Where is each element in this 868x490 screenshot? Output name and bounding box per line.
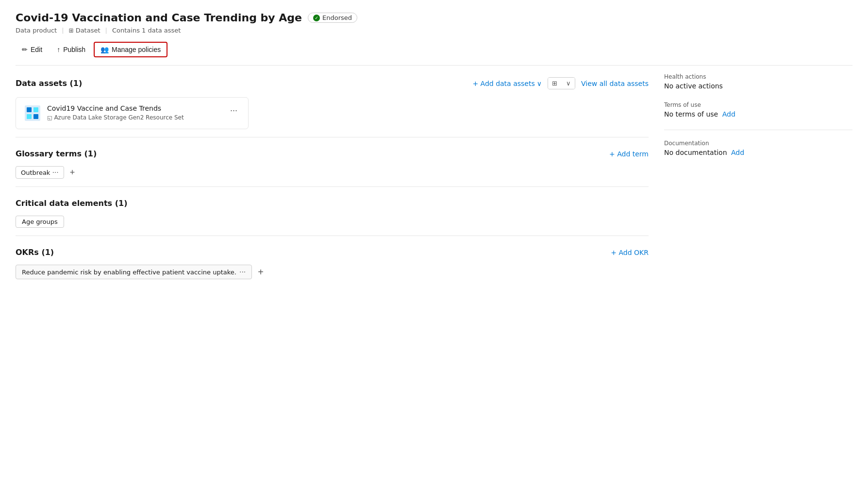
- add-okr-inline-button[interactable]: +: [256, 267, 266, 278]
- okr-row: Reduce pandemic risk by enabling effecti…: [16, 265, 649, 279]
- health-actions-value: No active actions: [664, 82, 852, 90]
- cde-tags-row: Age groups: [16, 216, 649, 228]
- manage-policies-icon: 👥: [100, 46, 109, 53]
- view-all-data-assets-link[interactable]: View all data assets: [581, 80, 649, 87]
- terms-of-use-value: No terms of use Add: [664, 110, 852, 118]
- publish-button[interactable]: ↑ Publish: [50, 42, 92, 57]
- data-product-label: Data product: [16, 27, 57, 34]
- glossary-terms-title: Glossary terms (1): [16, 149, 97, 158]
- glossary-tag-outbreak: Outbreak ···: [16, 166, 64, 179]
- cde-tag-age-groups: Age groups: [16, 216, 64, 228]
- sep1: |: [62, 27, 64, 34]
- grid-view-button[interactable]: ⊞: [548, 78, 561, 89]
- right-panel: Health actions No active actions Terms o…: [649, 66, 852, 287]
- grid-chevron-button[interactable]: ∨: [562, 78, 575, 89]
- dataset-label: Dataset: [76, 27, 100, 34]
- endorsed-badge: ✓ Endorsed: [308, 13, 357, 23]
- cde-tag-label: Age groups: [22, 218, 58, 225]
- okr-item: Reduce pandemic risk by enabling effecti…: [16, 265, 252, 279]
- okr-more-button[interactable]: ···: [239, 268, 246, 276]
- subtitle-row: Data product | ⊞ Dataset | Contains 1 da…: [16, 27, 852, 34]
- documentation-section: Documentation No documentation Add: [664, 140, 852, 156]
- add-data-assets-button[interactable]: + Add data assets ∨: [472, 80, 542, 87]
- dataset-icon: ⊞: [69, 27, 74, 34]
- add-term-label: + Add term: [609, 150, 649, 158]
- endorsed-check-icon: ✓: [313, 15, 320, 21]
- edit-icon: ✏: [22, 46, 28, 53]
- publish-icon: ↑: [57, 46, 60, 53]
- terms-of-use-text: No terms of use: [664, 110, 718, 118]
- okrs-section: OKRs (1) + Add OKR Reduce pandemic risk …: [16, 236, 649, 287]
- sep2: |: [105, 27, 107, 34]
- asset-type: ◱ Azure Data Lake Storage Gen2 Resource …: [47, 114, 184, 121]
- page-container: Covid-19 Vaccination and Case Trending b…: [0, 0, 868, 490]
- manage-policies-button[interactable]: 👥 Manage policies: [94, 42, 167, 57]
- svg-rect-2: [33, 107, 38, 112]
- cde-title: Critical data elements (1): [16, 199, 127, 208]
- svg-rect-1: [27, 107, 32, 112]
- health-actions-section: Health actions No active actions: [664, 73, 852, 90]
- contains-label: Contains 1 data asset: [112, 27, 181, 34]
- add-term-button[interactable]: + Add term: [609, 150, 649, 158]
- toolbar: ✏ Edit ↑ Publish 👥 Manage policies: [16, 42, 852, 66]
- health-actions-title: Health actions: [664, 73, 852, 80]
- data-asset-card: Covid19 Vaccine and Case Trends ◱ Azure …: [16, 97, 249, 129]
- publish-label: Publish: [63, 46, 85, 53]
- layout-toggle-group: ⊞ ∨: [548, 77, 575, 89]
- add-okr-button[interactable]: + Add OKR: [611, 249, 649, 256]
- add-glossary-tag-button[interactable]: +: [68, 168, 77, 178]
- main-content: Data assets (1) + Add data assets ∨ ⊞ ∨ …: [16, 66, 852, 287]
- asset-type-label: Azure Data Lake Storage Gen2 Resource Se…: [54, 114, 184, 121]
- edit-button[interactable]: ✏ Edit: [16, 42, 49, 57]
- add-terms-link[interactable]: Add: [722, 110, 735, 118]
- asset-icon: [24, 104, 41, 122]
- edit-label: Edit: [31, 46, 42, 53]
- svg-rect-3: [27, 114, 32, 119]
- asset-more-button[interactable]: ···: [227, 104, 240, 117]
- asset-left: Covid19 Vaccine and Case Trends ◱ Azure …: [24, 104, 184, 122]
- okrs-header: OKRs (1) + Add OKR: [16, 248, 649, 257]
- right-divider: [664, 130, 852, 130]
- critical-data-elements-section: Critical data elements (1) Age groups: [16, 187, 649, 236]
- documentation-text: No documentation: [664, 149, 727, 156]
- glossary-tags-row: Outbreak ··· +: [16, 166, 649, 179]
- endorsed-label: Endorsed: [322, 14, 352, 21]
- page-title: Covid-19 Vaccination and Case Trending b…: [16, 12, 302, 24]
- add-data-assets-chevron: ∨: [537, 80, 542, 87]
- glossary-terms-section: Glossary terms (1) + Add term Outbreak ·…: [16, 137, 649, 187]
- add-okr-label: + Add OKR: [611, 249, 649, 256]
- data-assets-section: Data assets (1) + Add data assets ∨ ⊞ ∨ …: [16, 66, 649, 137]
- asset-name: Covid19 Vaccine and Case Trends: [47, 104, 184, 112]
- title-row: Covid-19 Vaccination and Case Trending b…: [16, 12, 852, 24]
- glossary-terms-header: Glossary terms (1) + Add term: [16, 149, 649, 158]
- asset-type-icon: ◱: [47, 115, 52, 121]
- dataset-label-group: ⊞ Dataset: [69, 27, 100, 34]
- manage-policies-label: Manage policies: [112, 46, 161, 53]
- data-assets-header: Data assets (1) + Add data assets ∨ ⊞ ∨ …: [16, 77, 649, 89]
- add-documentation-link[interactable]: Add: [731, 149, 744, 156]
- cde-header: Critical data elements (1): [16, 199, 649, 208]
- glossary-tag-label: Outbreak: [21, 169, 50, 176]
- svg-rect-4: [33, 114, 38, 119]
- add-data-assets-label: + Add data assets: [472, 80, 534, 87]
- terms-of-use-title: Terms of use: [664, 101, 852, 108]
- documentation-value: No documentation Add: [664, 149, 852, 156]
- data-assets-actions: + Add data assets ∨ ⊞ ∨ View all data as…: [472, 77, 649, 89]
- okrs-title: OKRs (1): [16, 248, 54, 257]
- okr-item-label: Reduce pandemic risk by enabling effecti…: [22, 269, 236, 276]
- left-content: Data assets (1) + Add data assets ∨ ⊞ ∨ …: [16, 66, 649, 287]
- terms-of-use-section: Terms of use No terms of use Add: [664, 101, 852, 118]
- glossary-tag-more-button[interactable]: ···: [52, 169, 58, 176]
- data-assets-title: Data assets (1): [16, 79, 82, 88]
- documentation-title: Documentation: [664, 140, 852, 147]
- asset-info: Covid19 Vaccine and Case Trends ◱ Azure …: [47, 104, 184, 121]
